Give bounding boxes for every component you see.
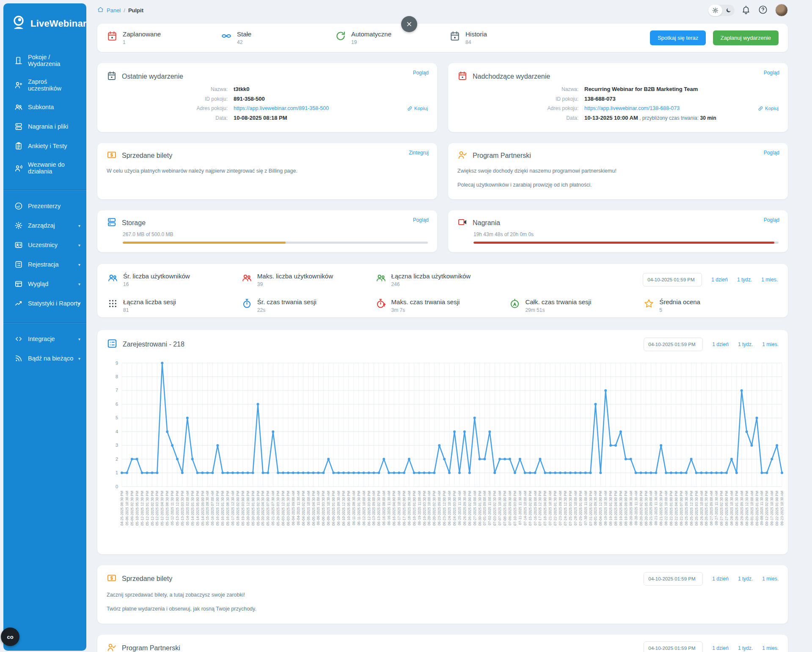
date-range-input[interactable] [643,273,702,286]
theme-toggle[interactable] [708,5,735,16]
close-button[interactable] [401,16,417,32]
range-link-1-mies[interactable]: 1 mies. [762,341,779,347]
users-icon [14,103,23,111]
sidebar-item-pokoje-wydarzenia[interactable]: Pokoje / Wydarzenia [3,48,86,73]
date-range-input[interactable] [644,338,703,351]
range-link-1-dzien[interactable]: 1 dzień [711,277,728,283]
svg-text:06-03-2025 12:30 PM: 06-03-2025 12:30 PM [281,491,285,525]
svg-text:6: 6 [116,401,118,406]
summary-stat-historia: Historia84 [449,30,564,45]
svg-text:07-28-2025 10:00 AM: 07-28-2025 10:00 AM [573,491,578,525]
sidebar-item-prezenterzy[interactable]: Prezenterzy [3,196,86,216]
svg-text:07-23-2025 09:30 AM: 07-23-2025 09:30 AM [558,491,562,525]
affiliate-view-link[interactable]: Pogląd [764,150,779,156]
sidebar-item-statystyki-i-raporty[interactable]: Statystyki i Raporty▾ [3,294,86,313]
sidebar-item-wezwanie-do-dzialania[interactable]: Wezwanie do działania [3,156,86,180]
sidebar-item-wyglad[interactable]: Wygląd▾ [3,274,86,294]
range-link-1-tydz[interactable]: 1 tydz. [737,277,752,283]
svg-text:08-27-2025 11:30 AM: 08-27-2025 11:30 AM [714,491,718,525]
svg-text:06-09-2025 01:00 PM: 06-09-2025 01:00 PM [331,491,336,525]
range-link-1-tydz[interactable]: 1 tydz. [738,341,753,347]
storage-view-link[interactable]: Pogląd [413,217,429,223]
range-link-1-dzien[interactable]: 1 dzień [712,576,729,582]
room-url-link[interactable]: https://app.livewebinar.com/138-688-073 [584,105,745,111]
copy-link[interactable]: Kopiuj [758,106,779,111]
breadcrumb-separator: / [124,7,125,14]
tickets-promo-line1: Zacznij sprzedawać bilety, a tutaj zobac… [107,591,779,600]
svg-text:05-12-2025 08:30 PM: 05-12-2025 08:30 PM [165,491,169,525]
brand-logo[interactable]: LiveWebinar [3,3,86,46]
clipboard-icon [14,142,23,150]
tickets-card: Sprzedane bilety Zintegruj W celu użycia… [97,143,437,199]
svg-text:05-20-2025 07:00 PM: 05-20-2025 07:00 PM [266,491,270,525]
sidebar-item-label: Integracje [28,336,55,342]
sidebar-item-ankiety-i-testy[interactable]: Ankiety i Testy [3,136,86,156]
help-icon[interactable] [758,5,768,15]
brand-name: LiveWebinar [30,18,87,29]
date-range-input[interactable] [644,641,703,652]
svg-text:05-13-2025 03:30 PM: 05-13-2025 03:30 PM [180,491,184,525]
sidebar-item-zarzadzaj[interactable]: Zarządzaj▾ [3,216,86,235]
svg-text:06-24-2025 03:00 PM: 06-24-2025 03:00 PM [452,491,457,525]
svg-text:06-06-2025 11:00 AM: 06-06-2025 11:00 AM [316,491,320,525]
svg-text:09-12-2025 02:00 PM: 09-12-2025 02:00 PM [765,491,769,525]
upcoming-event-view-link[interactable]: Pogląd [764,70,779,76]
top-actions [708,4,800,17]
svg-text:05-16-2025 12:00 PM: 05-16-2025 12:00 PM [215,491,220,525]
last-event-view-link[interactable]: Pogląd [413,70,429,76]
tickets-promo-title: Sprzedane bilety [122,575,172,583]
svg-text:08-20-2025 05:30 PM: 08-20-2025 05:30 PM [644,491,648,525]
cookie-consent-button[interactable]: co [1,627,19,646]
svg-text:06-05-2025 10:00 AM: 06-05-2025 10:00 AM [306,491,311,525]
breadcrumb-panel[interactable]: Panel [107,7,121,14]
sidebar-item-uczestnicy[interactable]: Uczestnicy▾ [3,235,86,255]
sidebar-item-label: Uczestnicy [28,242,58,248]
sidebar-item-zapros-uczestnikow[interactable]: Zaproś uczestników [3,73,86,97]
date-range-input[interactable] [644,572,703,586]
sidebar-item-label: Zaproś uczestników [28,78,81,92]
room-id: 138-688-073 [584,96,745,102]
calendar-icon [107,30,118,43]
sidebar-item-subkonta[interactable]: Subkonta [3,97,86,117]
range-link-1-tydz[interactable]: 1 tydz. [738,645,753,651]
range-link-1-mies[interactable]: 1 mies. [762,576,779,582]
range-link-1-mies[interactable]: 1 mies. [761,277,778,283]
summary-actions: Spotkaj się teraz Zaplanuj wydarzenie [650,30,779,45]
schedule-event-button[interactable]: Zaplanuj wydarzenie [713,30,779,45]
svg-text:07-01-2025 09:00 AM: 07-01-2025 09:00 AM [482,491,487,525]
svg-text:07-09-2025 09:30 AM: 07-09-2025 09:30 AM [508,491,512,525]
svg-text:06-23-2025 12:00 PM: 06-23-2025 12:00 PM [442,491,446,525]
user-avatar[interactable] [775,4,788,17]
meet-now-button[interactable]: Spotkaj się teraz [650,30,706,45]
home-icon[interactable] [97,6,104,14]
svg-text:06-11-2025 01:30 PM: 06-11-2025 01:30 PM [357,491,361,525]
recordings-view-link[interactable]: Pogląd [764,217,779,223]
svg-text:06-04-2025 09:00 AM: 06-04-2025 09:00 AM [291,491,295,525]
svg-text:08-20-2025 02:00 PM: 08-20-2025 02:00 PM [639,491,643,525]
ticket-icon [107,573,117,585]
form-icon [14,260,23,269]
sidebar-divider [3,190,86,190]
svg-text:08-27-2025 02:30 PM: 08-27-2025 02:30 PM [719,491,724,525]
range-link-1-mies[interactable]: 1 mies. [762,645,779,651]
svg-text:05-12-2025 02:30 PM: 05-12-2025 02:30 PM [150,491,154,525]
stat-label: Historia [465,30,487,38]
svg-text:09-22-2025 01:00 PM: 09-22-2025 01:00 PM [775,491,779,525]
range-link-1-tydz[interactable]: 1 tydz. [738,576,753,582]
sidebar-item-badz-na-biezaco[interactable]: Bądź na bieżąco▾ [3,349,86,368]
room-url-link[interactable]: https://app.livewebinar.com/891-358-500 [234,105,394,111]
notifications-bell-icon[interactable] [741,5,751,15]
sidebar-item-rejestracja[interactable]: Rejestracja▾ [3,255,86,274]
integrate-link[interactable]: Zintegruj [409,150,429,156]
range-link-1-dzien[interactable]: 1 dzień [712,645,729,651]
sidebar-item-nagrania-i-pliki[interactable]: Nagrania i pliki [3,117,86,136]
copy-link[interactable]: Kopiuj [407,106,428,111]
svg-text:08-01-2025 09:30 AM: 08-01-2025 09:30 AM [593,491,597,525]
range-link-1-dzien[interactable]: 1 dzień [712,341,729,347]
sidebar-item-integracje[interactable]: Integracje▾ [3,329,86,349]
field-label: Data: [457,115,584,121]
svg-text:07-07-2025 10:30 AM: 07-07-2025 10:30 AM [498,491,502,525]
tickets-text: W celu użycia płatnych webinarów należy … [107,167,428,176]
svg-text:09-03-2025 01:00 PM: 09-03-2025 01:00 PM [755,491,759,525]
svg-text:08-26-2025 01:30 PM: 08-26-2025 01:30 PM [704,491,708,525]
